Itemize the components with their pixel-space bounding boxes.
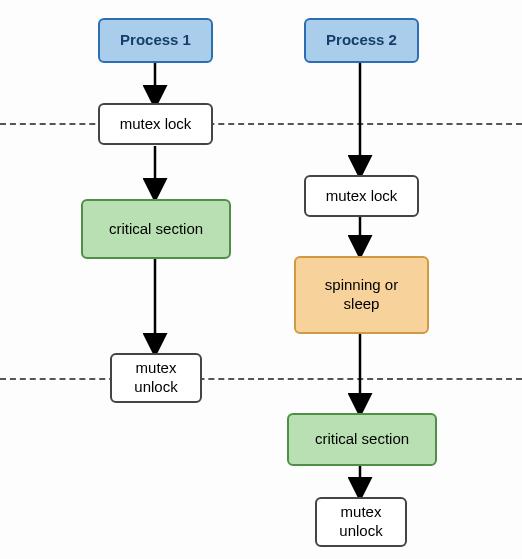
- mutex-flow-diagram: Process 1 mutex lock critical section mu…: [0, 0, 522, 559]
- dashed-line-unlock: [0, 378, 522, 380]
- process2-critical-section: critical section: [287, 413, 437, 466]
- arrows: [0, 0, 522, 559]
- dashed-line-lock: [0, 123, 522, 125]
- process2-mutex-lock: mutex lock: [304, 175, 419, 217]
- process1-mutex-lock: mutex lock: [98, 103, 213, 145]
- process2-spinning-or-sleep: spinning or sleep: [294, 256, 429, 334]
- process2-header: Process 2: [304, 18, 419, 63]
- process1-header: Process 1: [98, 18, 213, 63]
- process1-critical-section: critical section: [81, 199, 231, 259]
- process1-mutex-unlock: mutex unlock: [110, 353, 202, 403]
- process2-mutex-unlock: mutex unlock: [315, 497, 407, 547]
